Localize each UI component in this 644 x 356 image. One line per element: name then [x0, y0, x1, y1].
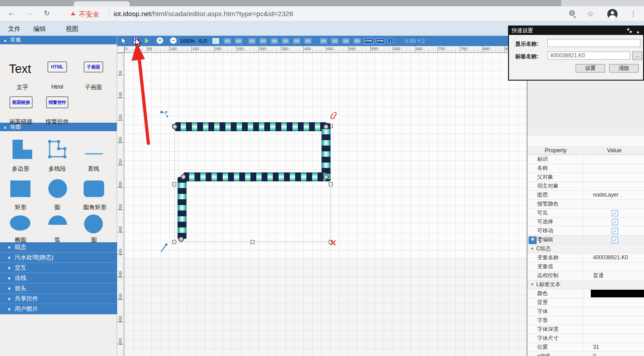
- info-icon[interactable]: i: [387, 38, 394, 44]
- property-value[interactable]: [584, 164, 644, 172]
- property-value[interactable]: ✓: [584, 218, 644, 226]
- design-canvas[interactable]: ✕: [124, 53, 527, 356]
- property-row[interactable]: 可编辑✓: [527, 236, 644, 244]
- property-value[interactable]: [584, 200, 644, 208]
- dock-icon[interactable]: [627, 28, 632, 34]
- same-width-icon[interactable]: [320, 38, 327, 44]
- zoom-in-icon[interactable]: +: [157, 37, 163, 44]
- property-row[interactable]: 字体深度: [527, 325, 644, 334]
- property-value[interactable]: [584, 262, 644, 271]
- property-row[interactable]: 标识: [527, 155, 644, 164]
- property-row[interactable]: 图层nodeLayer: [527, 191, 644, 200]
- menu-edit[interactable]: 编辑: [33, 25, 46, 33]
- sidebar-section-collapsed[interactable]: ▼用户图片: [0, 304, 117, 314]
- collapse-panel-icon[interactable]: ▲: [636, 28, 640, 36]
- property-value[interactable]: [584, 307, 644, 316]
- html-preview-icon[interactable]: HTML: [376, 38, 385, 44]
- link-paperclip-icon[interactable]: [330, 111, 339, 122]
- property-row[interactable]: 可选择✓: [527, 218, 644, 227]
- resize-handle-w[interactable]: [172, 182, 176, 186]
- pipe-joint-4[interactable]: [181, 174, 186, 180]
- property-row[interactable]: 名称: [527, 164, 644, 173]
- property-row[interactable]: 报警颜色: [527, 200, 644, 209]
- delete-icon[interactable]: ✕: [329, 238, 337, 249]
- pipe-segment-left[interactable]: [178, 177, 186, 239]
- html-export-icon[interactable]: HTML: [364, 38, 373, 44]
- property-row[interactable]: x偏移0: [527, 352, 644, 356]
- property-row[interactable]: 字体: [527, 307, 644, 316]
- distribute-v-icon[interactable]: [353, 38, 361, 44]
- property-section-row[interactable]: ▼L标签文本: [527, 280, 644, 289]
- menu-view[interactable]: 视图: [66, 25, 78, 33]
- property-row[interactable]: 变量值: [527, 262, 644, 271]
- distribute-h-icon[interactable]: [342, 38, 350, 44]
- sidebar-section-collapsed[interactable]: ▼箭头: [0, 283, 117, 294]
- save-icon[interactable]: [132, 37, 139, 44]
- display-name-input[interactable]: [547, 39, 640, 47]
- canvas-settings-icon[interactable]: [212, 38, 219, 44]
- address-bar[interactable]: iot.idosp.net/html/scada/editor.aspx.htm…: [114, 10, 293, 18]
- property-value[interactable]: [584, 334, 644, 343]
- forward-icon[interactable]: →: [25, 8, 34, 18]
- sidebar-section-collapsed[interactable]: ▼连线: [0, 273, 117, 283]
- align-top-icon[interactable]: [282, 38, 289, 44]
- property-row[interactable]: 父对象: [527, 173, 644, 182]
- group-icon[interactable]: [224, 38, 231, 44]
- property-value[interactable]: ✓: [584, 209, 644, 217]
- zoom-page-icon[interactable]: [569, 10, 575, 16]
- property-row[interactable]: 位置31: [527, 343, 644, 352]
- checkbox-checked[interactable]: ✓: [612, 237, 618, 243]
- property-value[interactable]: [584, 173, 644, 181]
- property-value[interactable]: 400038921.K0: [584, 253, 644, 262]
- property-row[interactable]: 变量名称400038921.K0: [527, 253, 644, 262]
- zoom-out-icon[interactable]: −: [170, 37, 177, 44]
- property-value[interactable]: 31: [584, 343, 644, 352]
- align-left-icon[interactable]: [248, 38, 256, 44]
- pipe-joint-3[interactable]: [323, 174, 329, 180]
- security-warning-text[interactable]: 不安全: [79, 10, 99, 19]
- checkbox-checked[interactable]: ✓: [612, 228, 618, 234]
- property-row[interactable]: 颜色: [527, 289, 644, 298]
- checkbox-checked[interactable]: ✓: [612, 210, 618, 216]
- color-swatch[interactable]: [591, 290, 644, 297]
- property-value[interactable]: [584, 298, 644, 307]
- menu-file[interactable]: 文件: [8, 25, 21, 33]
- property-row[interactable]: 字形: [527, 316, 644, 325]
- property-value[interactable]: nodeLayer: [584, 191, 644, 199]
- pipe-joint-2[interactable]: [323, 124, 329, 129]
- connect-node-icon[interactable]: [160, 110, 169, 119]
- pipe-segment-middle[interactable]: [183, 172, 326, 181]
- profile-avatar[interactable]: [607, 9, 618, 19]
- sidebar-section-collapsed[interactable]: ▼组态: [0, 242, 117, 253]
- property-value[interactable]: [584, 182, 644, 190]
- checkbox-checked[interactable]: ✓: [612, 219, 618, 225]
- align-right-icon[interactable]: [271, 38, 278, 44]
- property-value[interactable]: 0: [584, 352, 644, 356]
- tag-name-input[interactable]: 400038921.K0: [547, 51, 630, 60]
- browser-menu-icon[interactable]: ⋮: [630, 9, 637, 18]
- align-bottom-icon[interactable]: [304, 38, 312, 44]
- sidebar-section-collapsed[interactable]: ▼共享控件: [0, 294, 117, 304]
- sidebar-section-general[interactable]: ▲常规: [0, 36, 117, 44]
- preview-icon[interactable]: [145, 38, 149, 43]
- property-row[interactable]: 可见✓: [527, 209, 644, 218]
- set-button[interactable]: 设置: [576, 64, 605, 73]
- browser-tab[interactable]: [74, 1, 130, 6]
- sidebar-section-collapsed[interactable]: ▼交互: [0, 263, 117, 273]
- resize-handle-s[interactable]: [250, 240, 254, 244]
- property-row[interactable]: 远程控制普通: [527, 271, 644, 280]
- property-value[interactable]: [584, 316, 644, 325]
- property-row[interactable]: 字体尺寸: [527, 334, 644, 343]
- align-center-icon[interactable]: [259, 38, 267, 44]
- align-middle-icon[interactable]: [293, 38, 301, 44]
- property-value[interactable]: 普通: [584, 271, 644, 280]
- same-height-icon[interactable]: [331, 38, 339, 44]
- resize-handle-e[interactable]: [329, 182, 333, 186]
- reload-icon[interactable]: ↻: [44, 9, 50, 17]
- property-value[interactable]: [584, 289, 644, 298]
- property-row[interactable]: 可移动✓: [527, 227, 644, 236]
- pipe-joint-1[interactable]: [172, 124, 178, 129]
- back-icon[interactable]: ←: [7, 8, 16, 18]
- property-section-row[interactable]: ▼C组态: [527, 244, 644, 253]
- browse-tags-button[interactable]: ...: [632, 51, 642, 60]
